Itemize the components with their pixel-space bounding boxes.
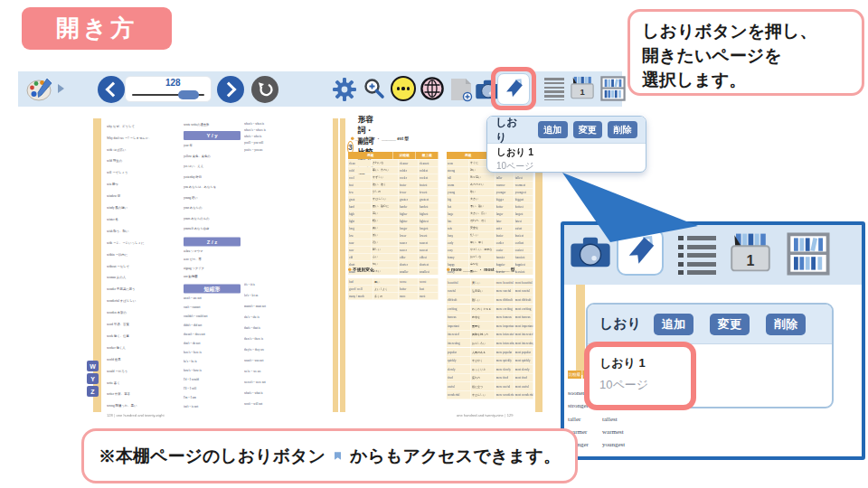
- irregular-table: bad悪い worseworst good / wellよい / よく bett…: [348, 278, 439, 322]
- settings-button[interactable]: [331, 76, 358, 103]
- footnote-prefix: ※本棚ページのしおりボタン: [99, 445, 326, 468]
- instruction-line: 開きたいページを: [642, 43, 850, 68]
- svg-text:1: 1: [580, 88, 584, 97]
- table-row: youngeryoungest: [568, 438, 646, 451]
- table-row: popular人気のある more popularmost popular: [447, 348, 533, 356]
- delete-bookmark-button[interactable]: 削除: [608, 121, 637, 138]
- table-row: light軽い lighterlightest: [348, 218, 439, 225]
- page-tray-button[interactable]: 1: [570, 76, 595, 101]
- undo-button[interactable]: [251, 76, 278, 103]
- table-row: easyやさしい、簡単な easiereasiest: [447, 247, 533, 254]
- dictionary-entry: will 〜でしょう: [107, 167, 179, 179]
- table-row: careful注意深い more carefulmost careful: [447, 287, 533, 296]
- contraction-entry: you'll = you will: [244, 140, 327, 146]
- dictionary-entry: without 〜なしで: [107, 260, 179, 272]
- table-row: slowlyゆっくりと more slowlymost slowly: [447, 365, 533, 373]
- bookmark-panel: しおり 追加 変更 削除 しおり 1 10ページ: [486, 116, 646, 173]
- table-row: difficult難しい more difficultmost difficul…: [447, 296, 533, 304]
- more-options-button[interactable]: [391, 76, 416, 101]
- dictionary-entry: zebra シマウマ: [184, 247, 241, 256]
- camera-illustration: [570, 235, 611, 269]
- globe-icon: [420, 76, 445, 101]
- bookmark-tag-icon: [623, 234, 657, 270]
- dictionary-entry: with 〜と、〜といっしょに: [107, 237, 179, 249]
- note-plus-icon: [449, 77, 473, 102]
- dictionary-entry: yours あなたのもの: [184, 213, 241, 224]
- camera-icon: [570, 235, 611, 269]
- bookmark-name: しおり 1: [599, 355, 691, 371]
- index-tab-w[interactable]: W: [87, 361, 99, 371]
- chevron-right-icon: [222, 82, 237, 98]
- bookmark-list-button[interactable]: [544, 78, 564, 100]
- table-row: interested興味を持った more interestedmost int…: [447, 331, 533, 339]
- dictionary-entry: zigzag ジグザグ: [184, 264, 241, 273]
- index-tab-y[interactable]: Y: [87, 373, 99, 384]
- contraction-entry: weren't = were not: [244, 377, 327, 388]
- dot-icon: [407, 87, 410, 89]
- add-bookmark-button[interactable]: 追加: [538, 121, 568, 138]
- contraction-entry: that's = that is: [244, 323, 327, 333]
- dictionary-entry: worker 働く人: [107, 342, 179, 353]
- pen-palette-button[interactable]: [25, 76, 56, 101]
- bullet-icon: [351, 137, 354, 141]
- bookmark-highlight-ring: [491, 67, 536, 110]
- dictionary-entry: wide はば広い: [107, 144, 179, 155]
- bullet-icon: [348, 268, 352, 272]
- next-page-button[interactable]: [217, 76, 244, 103]
- contraction-entry: let's = let us: [244, 290, 327, 301]
- change-bookmark-button: 変更: [710, 314, 750, 335]
- table-row: cleanきれいな cleanercleanest: [348, 160, 439, 167]
- contraction-entry: it's = it is: [244, 279, 327, 290]
- slider-handle[interactable]: [178, 90, 199, 99]
- table-row: early早い、早く earlierearliest: [447, 239, 533, 247]
- table-row: big大きい biggerbiggest: [447, 196, 533, 203]
- section-band-z: Z / z: [184, 238, 241, 247]
- contraction-entry: she's = she is: [244, 312, 327, 323]
- add-note-button[interactable]: [449, 77, 473, 102]
- dictionary-entry: windy 風の強い: [107, 202, 179, 213]
- dictionary-entry: winter 冬: [107, 213, 179, 225]
- bookmark-panel-header: しおり 追加 変更 削除: [487, 117, 646, 144]
- contraction-entry: we're = we are: [244, 366, 327, 377]
- bookshelf-button[interactable]: [600, 76, 626, 101]
- contraction-entry: they're = they are: [244, 344, 327, 355]
- table-row: biggerbiggest: [568, 451, 646, 460]
- table-row: low低い lowerlowest: [348, 232, 439, 239]
- table-row: few少しの fewerfewest: [348, 189, 439, 196]
- page-number-value: 128: [165, 78, 181, 88]
- dictionary-entry: would 〜だろう: [107, 365, 179, 377]
- table-row: hard固い、熱心に harderhardest: [348, 203, 439, 211]
- page-slider[interactable]: 128: [125, 76, 212, 102]
- table-row: safe安全な safersafest: [447, 225, 533, 232]
- dictionary-entry: young 若い: [184, 192, 241, 203]
- dictionary-entry: wooden 木製の: [107, 306, 179, 318]
- delete-bookmark-button: 削除: [766, 314, 806, 335]
- table-row: beautiful美しい more beautifulmost beautifu…: [447, 278, 533, 286]
- dictionary-entry: yourself あなた自身: [184, 223, 241, 234]
- dictionary-entry: world 世界: [107, 353, 179, 365]
- page-footer-left: 128｜one hundred and twenty-eight: [107, 413, 468, 423]
- change-bookmark-button[interactable]: 変更: [573, 121, 603, 138]
- contraction-entry: can't = cannot: [184, 303, 241, 312]
- prev-page-button[interactable]: [98, 76, 125, 103]
- contraction-entry: you're = you are: [244, 146, 327, 153]
- page-tray-illustration: 1: [729, 232, 772, 276]
- undo-arrow-icon: [256, 80, 274, 99]
- magnified-callout: 1 比較級最上級 soonersoonest: [561, 221, 865, 460]
- dictionary-entry: year 年: [184, 140, 241, 151]
- table-row: new新しい newernewest: [348, 247, 439, 254]
- table-row: excitingわくわくさせる more excitingmost exciti…: [447, 305, 533, 313]
- table-row: tired疲れた more tiredmost tired: [447, 374, 533, 382]
- chevron-right-icon[interactable]: [58, 84, 64, 93]
- index-tab-z[interactable]: Z: [87, 386, 99, 397]
- table-row: quicklyすばやく more quicklymost quickly: [447, 356, 533, 364]
- zoom-in-button[interactable]: [363, 77, 386, 100]
- bookmark-list-item[interactable]: しおり 1 10ページ: [487, 144, 646, 173]
- contraction-entry: doesn't = does not: [184, 330, 241, 339]
- table-row: near近い nearernearest: [348, 239, 439, 247]
- dictionary-entry: wish 願う、願い: [107, 225, 179, 237]
- section-band-abbr: 短縮形: [184, 285, 241, 294]
- table-row: tallertallest: [568, 413, 646, 426]
- web-search-button[interactable]: [420, 76, 445, 101]
- table-row: large大きい、広い largerlargest: [447, 211, 533, 218]
